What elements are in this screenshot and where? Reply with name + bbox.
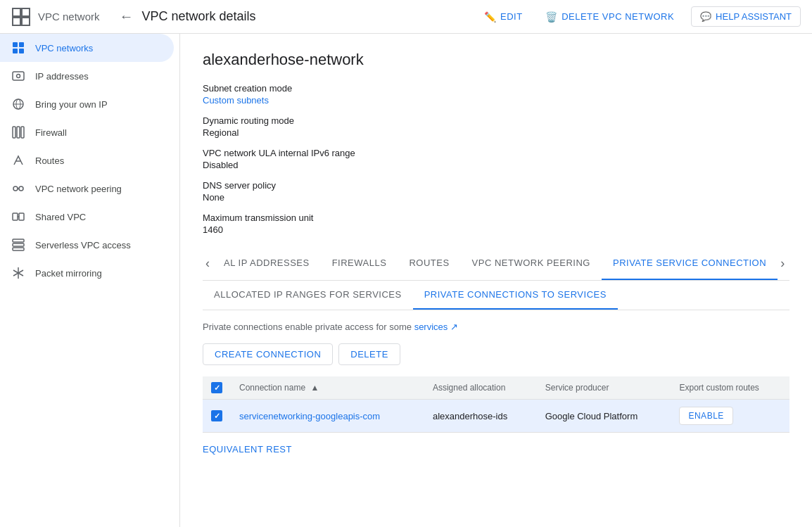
create-connection-button[interactable]: CREATE CONNECTION bbox=[203, 343, 333, 365]
connection-name-link[interactable]: servicenetworking-googleapis-com bbox=[239, 411, 380, 421]
tab-peering[interactable]: VPC NETWORK PEERING bbox=[461, 246, 602, 280]
export-custom-routes-cell: ENABLE bbox=[671, 400, 789, 433]
row-checkbox-cell bbox=[203, 400, 231, 433]
page-title: VPC network details bbox=[142, 9, 256, 24]
help-icon: 💬 bbox=[700, 11, 711, 22]
packet-mirroring-icon bbox=[11, 266, 25, 280]
action-buttons: CREATE CONNECTION DELETE bbox=[203, 343, 789, 365]
network-name: alexanderhose-network bbox=[203, 51, 789, 69]
svg-rect-1 bbox=[22, 8, 30, 16]
col-header-checkbox bbox=[203, 376, 231, 400]
dns-server-value: None bbox=[203, 192, 789, 203]
enable-button[interactable]: ENABLE bbox=[679, 407, 732, 425]
serverless-vpc-access-icon bbox=[11, 238, 25, 252]
svg-rect-13 bbox=[13, 127, 15, 138]
sidebar-label-serverless-vpc-access: Serverless VPC access bbox=[35, 240, 131, 250]
mtu-value: 1460 bbox=[203, 224, 789, 235]
logo-icon bbox=[11, 7, 31, 27]
tab-next-button[interactable]: › bbox=[778, 249, 787, 277]
subnet-creation-value[interactable]: Custom subnets bbox=[203, 95, 789, 106]
shared-vpc-icon bbox=[11, 210, 25, 224]
tab-prev-button[interactable]: ‹ bbox=[203, 249, 212, 277]
routes-icon bbox=[11, 153, 25, 167]
svg-rect-2 bbox=[13, 18, 20, 25]
svg-rect-22 bbox=[13, 239, 24, 242]
sub-tabs: ALLOCATED IP RANGES FOR SERVICES PRIVATE… bbox=[203, 281, 789, 310]
svg-point-9 bbox=[17, 75, 20, 78]
sidebar: VPC networks IP addresses Bring your own… bbox=[0, 34, 180, 527]
connection-name-cell: servicenetworking-googleapis-com bbox=[231, 400, 424, 433]
main-layout: VPC networks IP addresses Bring your own… bbox=[0, 34, 812, 527]
content-area: alexanderhose-network Subnet creation mo… bbox=[180, 34, 812, 527]
info-text: Private connections enable private acces… bbox=[203, 322, 789, 332]
svg-rect-15 bbox=[21, 127, 24, 138]
tab-firewalls[interactable]: FIREWALLS bbox=[321, 246, 398, 280]
subnet-creation-mode-section: Subnet creation mode Custom subnets bbox=[203, 83, 789, 106]
mtu-section: Maximum transmission unit 1460 bbox=[203, 212, 789, 235]
sidebar-item-ip-addresses[interactable]: IP addresses bbox=[0, 62, 174, 90]
mtu-label: Maximum transmission unit bbox=[203, 212, 789, 223]
ipv6-range-section: VPC network ULA internal IPv6 range Disa… bbox=[203, 148, 789, 170]
sidebar-item-vpc-networks[interactable]: VPC networks bbox=[0, 34, 174, 62]
sidebar-label-bring-your-own-ip: Bring your own IP bbox=[35, 99, 108, 110]
svg-point-16 bbox=[13, 186, 18, 191]
edit-button[interactable]: ✏️ EDIT bbox=[478, 8, 528, 25]
svg-rect-19 bbox=[13, 213, 18, 220]
main-tabs: ‹ AL IP ADDRESSES FIREWALLS ROUTES VPC N… bbox=[203, 246, 789, 281]
delete-button[interactable]: DELETE bbox=[338, 343, 400, 365]
sidebar-item-packet-mirroring[interactable]: Packet mirroring bbox=[0, 259, 174, 287]
edit-icon: ✏️ bbox=[484, 11, 497, 23]
tab-private-service-connection[interactable]: PRIVATE SERVICE CONNECTION bbox=[602, 246, 778, 280]
page-title-area: ← VPC network details bbox=[117, 3, 478, 31]
tab-content-area: Private connections enable private acces… bbox=[203, 310, 789, 466]
back-button[interactable]: ← bbox=[117, 3, 137, 31]
services-link[interactable]: services ↗ bbox=[414, 322, 458, 332]
sidebar-item-bring-your-own-ip[interactable]: Bring your own IP bbox=[0, 90, 174, 118]
col-header-export-custom-routes: Export custom routes bbox=[671, 376, 789, 400]
bring-your-own-ip-icon bbox=[11, 97, 25, 111]
svg-rect-0 bbox=[13, 8, 20, 16]
svg-rect-20 bbox=[19, 213, 24, 220]
sidebar-label-packet-mirroring: Packet mirroring bbox=[35, 268, 102, 279]
equivalent-rest-link[interactable]: EQUIVALENT REST bbox=[203, 444, 789, 455]
app-logo: VPC network bbox=[11, 7, 100, 27]
top-bar: VPC network ← VPC network details ✏️ EDI… bbox=[0, 0, 812, 34]
table-row: servicenetworking-googleapis-com alexand… bbox=[203, 400, 789, 433]
header-checkbox[interactable] bbox=[211, 382, 222, 393]
col-header-assigned-allocation: Assigned allocation bbox=[424, 376, 537, 400]
sidebar-item-serverless-vpc-access[interactable]: Serverless VPC access bbox=[0, 231, 174, 259]
svg-rect-6 bbox=[13, 49, 18, 53]
dynamic-routing-value: Regional bbox=[203, 127, 789, 138]
ipv6-range-value: Disabled bbox=[203, 160, 789, 170]
vpc-networks-icon bbox=[11, 41, 25, 55]
subnet-creation-label: Subnet creation mode bbox=[203, 83, 789, 94]
sidebar-item-vpc-network-peering[interactable]: VPC network peering bbox=[0, 174, 174, 203]
sub-tab-private-connections[interactable]: PRIVATE CONNECTIONS TO SERVICES bbox=[413, 281, 618, 310]
sidebar-item-routes[interactable]: Routes bbox=[0, 146, 174, 174]
delete-vpc-button[interactable]: 🗑️ DELETE VPC NETWORK bbox=[540, 8, 680, 25]
sort-icon: ▲ bbox=[310, 383, 319, 393]
tab-routes[interactable]: ROUTES bbox=[398, 246, 460, 280]
dynamic-routing-mode-section: Dynamic routing mode Regional bbox=[203, 115, 789, 138]
help-assistant-button[interactable]: 💬 HELP ASSISTANT bbox=[691, 6, 801, 27]
col-header-connection-name: Connection name ▲ bbox=[231, 376, 424, 400]
row-checkbox[interactable] bbox=[211, 410, 222, 421]
app-name: VPC network bbox=[38, 11, 100, 23]
table-header-row: Connection name ▲ Assigned allocation Se… bbox=[203, 376, 789, 400]
sub-tab-allocated-ip[interactable]: ALLOCATED IP RANGES FOR SERVICES bbox=[203, 281, 413, 310]
svg-rect-14 bbox=[17, 127, 20, 138]
assigned-allocation-cell: alexanderhose-ids bbox=[424, 400, 537, 433]
svg-point-17 bbox=[19, 186, 23, 191]
sidebar-item-firewall[interactable]: Firewall bbox=[0, 118, 174, 146]
svg-rect-7 bbox=[19, 49, 24, 53]
tab-internal-ip[interactable]: AL IP ADDRESSES bbox=[212, 246, 321, 280]
dns-server-label: DNS server policy bbox=[203, 180, 789, 191]
sidebar-label-vpc-network-peering: VPC network peering bbox=[35, 184, 122, 194]
svg-rect-8 bbox=[13, 72, 24, 80]
dns-server-policy-section: DNS server policy None bbox=[203, 180, 789, 203]
vpc-network-peering-icon bbox=[11, 182, 25, 196]
sidebar-label-firewall: Firewall bbox=[35, 127, 67, 138]
ip-addresses-icon bbox=[11, 69, 25, 83]
sidebar-item-shared-vpc[interactable]: Shared VPC bbox=[0, 203, 174, 231]
service-producer-cell: Google Cloud Platform bbox=[537, 400, 671, 433]
